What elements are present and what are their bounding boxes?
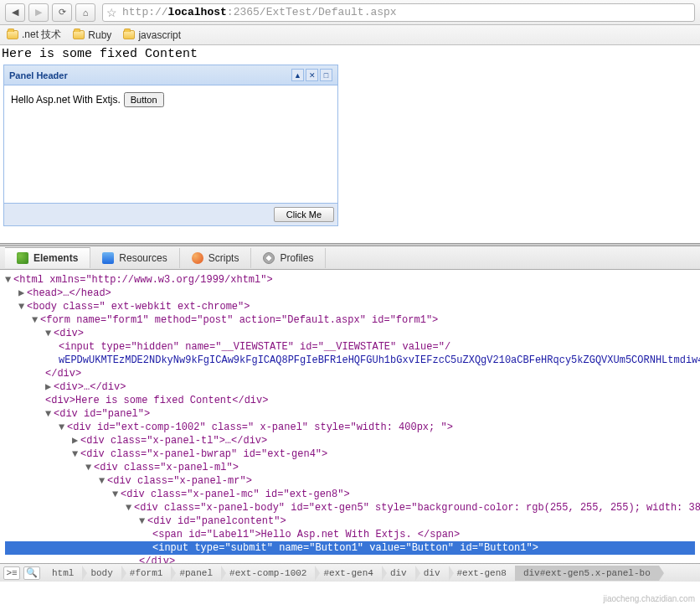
console-toggle-icon[interactable]: >≡ <box>3 566 20 580</box>
crumb-form1[interactable]: #form1 <box>121 566 172 581</box>
breadcrumb: >≡ 🔍 html body #form1 #panel #ext-comp-1… <box>0 563 700 582</box>
fixed-content-text: Here is some fixed Content <box>0 45 700 65</box>
tab-scripts[interactable]: Scripts <box>180 248 252 268</box>
bookmark-net[interactable]: .net 技术 <box>7 28 61 42</box>
page-viewport: Here is some fixed Content Panel Header … <box>0 45 700 226</box>
folder-icon <box>123 30 135 39</box>
url-bar[interactable]: ☆ http://localhost:2365/ExtTest/Default.… <box>102 3 695 22</box>
panel-tools: ▲ ✕ □ <box>291 69 332 81</box>
watermark: jiaocheng.chazidian.com <box>603 594 695 603</box>
home-button[interactable]: ⌂ <box>75 3 95 22</box>
tab-resources[interactable]: Resources <box>90 248 179 268</box>
crumb-extgen4[interactable]: #ext-gen4 <box>315 566 381 581</box>
tab-elements[interactable]: Elements <box>5 247 90 268</box>
tab-profiles[interactable]: Profiles <box>251 248 326 268</box>
crumb-panel[interactable]: #panel <box>171 566 221 581</box>
folder-icon <box>73 30 85 39</box>
back-button[interactable]: ◀ <box>5 3 25 22</box>
panel-header: Panel Header ▲ ✕ □ <box>4 65 337 85</box>
bookmark-js[interactable]: javascript <box>123 29 181 41</box>
click-me-button[interactable]: Click Me <box>274 207 334 222</box>
panel-title: Panel Header <box>9 70 68 80</box>
crumb-div1[interactable]: div <box>382 566 415 581</box>
selected-node[interactable]: <input type="submit" name="Button1" valu… <box>152 542 538 554</box>
crumb-body[interactable]: body <box>82 566 121 581</box>
crumb-extcomp[interactable]: #ext-comp-1002 <box>221 566 315 581</box>
dom-tree[interactable]: ▼<html xmlns="http://www.w3.org/1999/xht… <box>0 270 700 563</box>
crumb-extgen5[interactable]: div#ext-gen5.x-panel-bo <box>515 566 659 581</box>
scripts-icon <box>192 252 203 264</box>
panel-body: Hello Asp.net With Extjs. Button <box>4 85 337 203</box>
close-icon[interactable]: ✕ <box>306 69 318 81</box>
panel-footer: Click Me <box>4 203 337 225</box>
collapse-icon[interactable]: ▲ <box>291 69 304 81</box>
ext-panel: Panel Header ▲ ✕ □ Hello Asp.net With Ex… <box>3 65 338 226</box>
search-icon[interactable]: 🔍 <box>23 566 40 580</box>
resources-icon <box>102 252 114 264</box>
inner-button[interactable]: Button <box>124 92 164 107</box>
devtools-tabs: Elements Resources Scripts Profiles <box>0 246 700 270</box>
crumb-div2[interactable]: div <box>415 566 449 581</box>
folder-icon <box>7 30 18 39</box>
maximize-icon[interactable]: □ <box>320 69 332 81</box>
crumb-extgen8[interactable]: #ext-gen8 <box>449 566 515 581</box>
forward-button[interactable]: ▶ <box>28 3 49 22</box>
bookmark-ruby[interactable]: Ruby <box>73 29 111 41</box>
profiles-icon <box>263 252 275 264</box>
bookmarks-bar: .net 技术 Ruby javascript <box>0 25 700 45</box>
browser-toolbar: ◀ ▶ ⟳ ⌂ ☆ http://localhost:2365/ExtTest/… <box>0 0 700 25</box>
crumb-html[interactable]: html <box>44 566 82 581</box>
elements-icon <box>17 252 28 264</box>
url-text: http://localhost:2365/ExtTest/Default.as… <box>122 6 397 18</box>
reload-button[interactable]: ⟳ <box>52 3 72 22</box>
panel-body-text: Hello Asp.net With Extjs. <box>11 94 121 106</box>
bookmark-star-icon[interactable]: ☆ <box>106 6 117 19</box>
